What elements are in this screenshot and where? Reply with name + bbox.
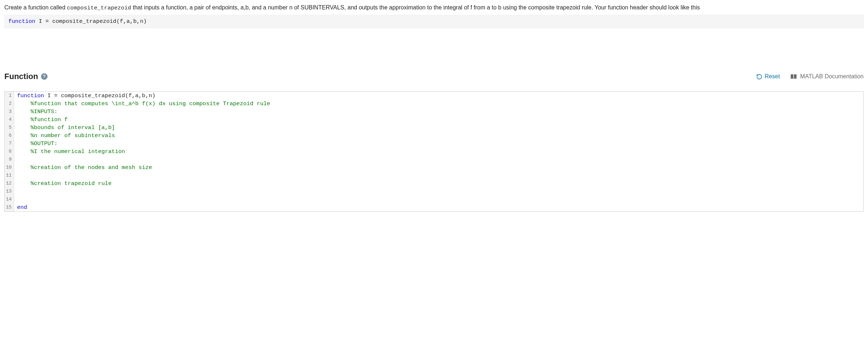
line-number: 7 <box>5 140 14 148</box>
editor-line[interactable]: 14 <box>5 195 863 203</box>
help-icon[interactable]: ? <box>41 73 48 80</box>
line-code[interactable]: %n number of subintervals <box>14 132 863 140</box>
line-number: 2 <box>5 100 14 108</box>
line-number: 14 <box>5 195 14 203</box>
line-number: 11 <box>5 172 14 179</box>
section-bar: Function ? Reset MATLAB Documentation <box>4 72 864 81</box>
line-code[interactable]: %I the numerical integration <box>14 148 863 156</box>
editor-line[interactable]: 10 %creation of the nodes and mesh size <box>5 164 863 172</box>
line-number: 4 <box>5 116 14 124</box>
reset-button[interactable]: Reset <box>756 73 780 80</box>
editor-line[interactable]: 1function I = composite_trapezoid(f,a,b,… <box>5 92 863 100</box>
editor-line[interactable]: 13 <box>5 187 863 195</box>
line-code[interactable] <box>14 187 863 195</box>
line-code[interactable]: %OUTPUT: <box>14 140 863 148</box>
instruction-text-2: that inputs a function, a pair of endpoi… <box>131 4 700 11</box>
editor-line[interactable]: 11 <box>5 172 863 179</box>
line-code[interactable]: %creation of the nodes and mesh size <box>14 164 863 172</box>
editor-line[interactable]: 9 <box>5 156 863 164</box>
reset-icon <box>756 74 762 80</box>
line-number: 5 <box>5 124 14 132</box>
editor-line[interactable]: 12 %creation trapezoid rule <box>5 179 863 187</box>
line-number: 15 <box>5 203 14 211</box>
reset-label: Reset <box>765 73 780 80</box>
doc-label: MATLAB Documentation <box>800 73 864 80</box>
line-number: 6 <box>5 132 14 140</box>
matlab-documentation-link[interactable]: MATLAB Documentation <box>790 73 864 80</box>
line-number: 3 <box>5 108 14 116</box>
editor-line[interactable]: 2 %function that computes \int_a^b f(x) … <box>5 100 863 108</box>
line-code[interactable]: %INPUTS: <box>14 108 863 116</box>
editor-line[interactable]: 4 %function f <box>5 116 863 124</box>
section-title: Function <box>4 72 38 81</box>
line-number: 12 <box>5 179 14 187</box>
line-code[interactable] <box>14 172 863 179</box>
line-code[interactable]: %function f <box>14 116 863 124</box>
instruction-function-name: composite_trapezoid <box>67 5 131 11</box>
function-keyword: function <box>8 18 35 25</box>
line-code[interactable] <box>14 156 863 164</box>
line-code[interactable]: function I = composite_trapezoid(f,a,b,n… <box>14 92 863 100</box>
line-code[interactable] <box>14 195 863 203</box>
editor-line[interactable]: 15end <box>5 203 863 211</box>
book-icon <box>790 74 797 79</box>
editor-line[interactable]: 5 %bounds of interval [a,b] <box>5 124 863 132</box>
editor-line[interactable]: 3 %INPUTS: <box>5 108 863 116</box>
line-number: 9 <box>5 156 14 164</box>
line-code[interactable]: %function that computes \int_a^b f(x) dx… <box>14 100 863 108</box>
line-code[interactable]: %bounds of interval [a,b] <box>14 124 863 132</box>
function-header-code: function I = composite_trapezoid(f,a,b,n… <box>4 15 864 28</box>
problem-instructions: Create a function called composite_trape… <box>4 3 864 13</box>
editor-line[interactable]: 8 %I the numerical integration <box>5 148 863 156</box>
code-editor[interactable]: 1function I = composite_trapezoid(f,a,b,… <box>4 91 864 212</box>
instruction-text-1: Create a function called <box>4 4 67 11</box>
editor-line[interactable]: 7 %OUTPUT: <box>5 140 863 148</box>
editor-line[interactable]: 6 %n number of subintervals <box>5 132 863 140</box>
line-code[interactable]: end <box>14 203 863 211</box>
function-signature: I = composite_trapezoid(f,a,b,n) <box>35 18 147 25</box>
line-number: 1 <box>5 92 14 100</box>
line-number: 13 <box>5 187 14 195</box>
line-code[interactable]: %creation trapezoid rule <box>14 179 863 187</box>
line-number: 8 <box>5 148 14 156</box>
line-number: 10 <box>5 164 14 172</box>
